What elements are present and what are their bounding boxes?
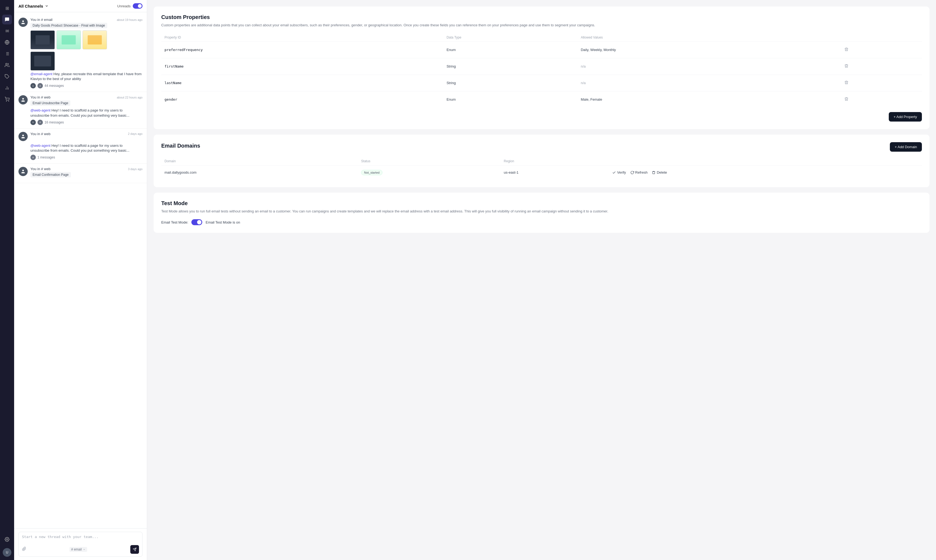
allowed-values: Daily, Weekly, Monthly: [577, 42, 840, 58]
delete-property-button[interactable]: [843, 46, 850, 54]
thread-channel: You in # email: [31, 18, 52, 22]
delete-label: Delete: [657, 171, 667, 174]
compose-input[interactable]: [22, 535, 139, 543]
home-icon[interactable]: ⊞: [2, 3, 12, 13]
thread-images: [31, 31, 142, 49]
sidebar: ⊞ ✉ U: [0, 0, 14, 560]
delete-domain-button[interactable]: Delete: [652, 171, 667, 174]
add-domain-button[interactable]: + Add Domain: [890, 142, 922, 152]
compose-box: # email: [19, 532, 142, 557]
channel-selector[interactable]: All Channels: [19, 4, 49, 8]
thread-image: [31, 31, 55, 49]
thread-item[interactable]: You in # email about 19 hours ago Dally …: [14, 14, 147, 92]
property-id: firstName: [165, 64, 183, 68]
refresh-button[interactable]: Refresh: [630, 171, 648, 174]
unreads-label: Unreads: [117, 4, 131, 8]
custom-properties-card: Custom Properties Custom properties are …: [154, 6, 930, 129]
test-mode-toggle-row: Email Test Mode: Email Test Mode is on: [161, 219, 922, 225]
thread-channel: You in # web: [31, 95, 51, 99]
thread-image: [83, 31, 107, 49]
test-mode-desc: Test Mode allows you to run full email t…: [161, 209, 922, 214]
message-count: 44 messages: [45, 84, 64, 88]
chat-icon[interactable]: [2, 15, 12, 25]
data-type: Enum: [443, 42, 578, 58]
users-icon[interactable]: [2, 60, 12, 70]
col-actions: [609, 157, 922, 166]
thread-footer: A 1 messages: [31, 155, 142, 160]
table-row: lastName String n/a: [161, 75, 922, 91]
list-icon[interactable]: [2, 49, 12, 58]
thread-meta: You in # email about 19 hours ago Dally …: [31, 18, 142, 28]
allowed-values: n/a: [577, 58, 840, 75]
status-badge: Not_started: [361, 170, 382, 175]
avatar-sm-2: A: [37, 120, 43, 125]
properties-table: Property ID Data Type Allowed Values pre…: [161, 33, 922, 108]
test-mode-label: Email Test Mode:: [161, 220, 188, 225]
mail-icon[interactable]: ✉: [2, 26, 12, 36]
refresh-icon: [630, 171, 634, 174]
thread-channel: You in # web: [31, 132, 51, 136]
avatar-sm: A: [31, 155, 36, 160]
tag-icon[interactable]: [2, 72, 12, 82]
thread-meta: You in # web 3 days ago Email Confirmati…: [31, 167, 142, 177]
attachment-button[interactable]: [22, 547, 26, 552]
avatar: [19, 18, 28, 27]
thread-subject: Email Unsubscribe Page: [31, 100, 70, 106]
thread-item[interactable]: You in # web about 22 hours ago Email Un…: [14, 92, 147, 128]
allowed-values: n/a: [577, 75, 840, 91]
verify-label: Verify: [617, 171, 626, 174]
email-domains-card: Email Domains + Add Domain Domain Status…: [154, 135, 930, 187]
add-property-button[interactable]: + Add Property: [889, 112, 922, 122]
globe-icon[interactable]: [2, 37, 12, 47]
user-avatar[interactable]: U: [3, 548, 11, 557]
avatar: [19, 95, 28, 105]
test-mode-status: Email Test Mode is on: [205, 220, 240, 225]
unreads-toggle-switch[interactable]: [133, 3, 142, 9]
svg-point-15: [6, 539, 8, 540]
channel-tag[interactable]: # email: [69, 547, 87, 552]
shop-icon[interactable]: [2, 94, 12, 104]
thread-message: @web-agent Hey! I need to scaffold a pag…: [31, 143, 142, 153]
verify-button[interactable]: Verify: [612, 171, 626, 174]
svg-point-17: [22, 98, 24, 100]
thread-message: @email-agent Hey, please recreate this e…: [31, 72, 142, 82]
thread-item[interactable]: You in # web 2 days ago @web-agent Hey! …: [14, 129, 147, 164]
thread-footer: U A 44 messages: [31, 83, 142, 88]
delete-property-button[interactable]: [843, 79, 850, 87]
property-id: lastName: [165, 81, 182, 85]
delete-property-button[interactable]: [843, 63, 850, 70]
thread-time: about 19 hours ago: [117, 18, 142, 22]
avatar-sm: U: [31, 83, 36, 88]
settings-icon[interactable]: [2, 534, 12, 544]
col-property-id: Property ID: [161, 33, 443, 42]
channel-tag-label: # email: [71, 548, 82, 551]
col-region: Region: [501, 157, 609, 166]
col-status: Status: [358, 157, 501, 166]
thread-image: [31, 52, 55, 71]
chevron-down-icon: [45, 4, 49, 8]
thread-subject: Dally Goods Product Showcase - Final wit…: [31, 23, 107, 28]
unreads-toggle: Unreads: [117, 3, 142, 9]
svg-point-14: [8, 101, 9, 102]
svg-point-18: [22, 135, 24, 136]
table-row: mail.dallygoods.com Not_started us-east-…: [161, 165, 922, 180]
data-type: Enum: [443, 91, 578, 108]
thread-footer: U A 16 messages: [31, 120, 142, 125]
threads-list: You in # email about 19 hours ago Dally …: [14, 12, 147, 528]
data-type: String: [443, 75, 578, 91]
avatar-sm-2: A: [37, 83, 43, 88]
message-count: 16 messages: [45, 120, 64, 124]
domain-status: Not_started: [358, 165, 501, 180]
thread-item[interactable]: You in # web 3 days ago Email Confirmati…: [14, 164, 147, 183]
chart-icon[interactable]: [2, 83, 12, 93]
property-id: preferredFrequency: [165, 48, 203, 52]
delete-property-button[interactable]: [843, 96, 850, 103]
compose-footer: # email: [22, 545, 139, 554]
test-mode-toggle[interactable]: [191, 219, 202, 225]
thread-time: about 22 hours ago: [117, 96, 142, 99]
col-data-type: Data Type: [443, 33, 578, 42]
table-row: gender Enum Male, Female: [161, 91, 922, 108]
send-button[interactable]: [130, 545, 139, 554]
svg-point-13: [6, 101, 7, 102]
domains-header: Email Domains + Add Domain: [161, 142, 922, 152]
